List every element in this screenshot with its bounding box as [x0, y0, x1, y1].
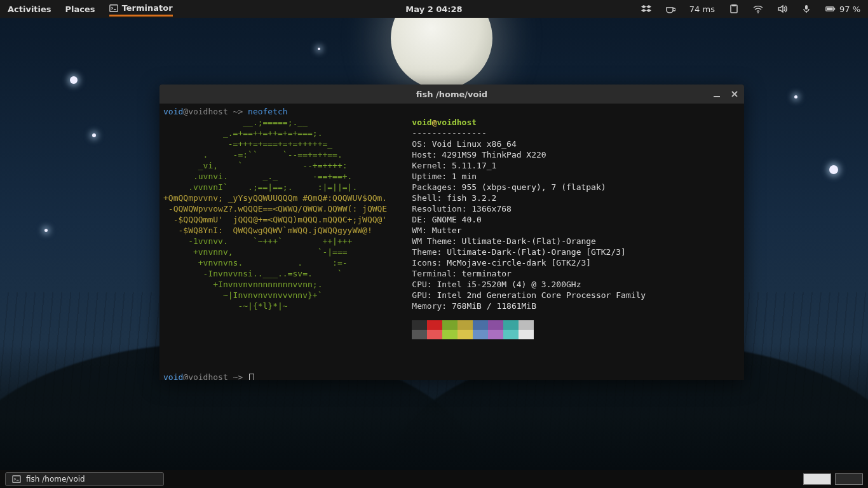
current-app-menu[interactable]: Terminator	[109, 3, 173, 17]
places-menu[interactable]: Places	[65, 4, 95, 14]
workspace-switcher[interactable]	[803, 473, 863, 485]
star	[92, 133, 96, 137]
svg-rect-9	[13, 476, 20, 483]
battery-icon	[825, 4, 836, 14]
workspace-2[interactable]	[835, 473, 863, 485]
current-app-label: Terminator	[122, 3, 173, 13]
microphone-indicator[interactable]	[801, 4, 811, 14]
dropbox-icon	[641, 4, 651, 14]
terminal-icon	[12, 475, 21, 484]
svg-rect-8	[714, 96, 720, 97]
terminal-icon	[109, 4, 118, 13]
wifi-indicator[interactable]	[753, 4, 763, 14]
svg-rect-7	[834, 8, 836, 10]
clipboard-icon	[729, 4, 739, 14]
dropbox-indicator[interactable]	[641, 4, 651, 14]
activities-button[interactable]: Activities	[8, 4, 51, 14]
taskbar-entry[interactable]: fish /home/void	[5, 472, 164, 486]
microphone-icon	[801, 4, 811, 14]
star	[318, 48, 320, 50]
terminal-window: fish /home/void void@voidhost ~> neofetc…	[159, 85, 744, 380]
star	[70, 76, 78, 84]
window-title: fish /home/void	[416, 90, 487, 99]
svg-point-3	[757, 12, 759, 13]
taskbar-entry-label: fish /home/void	[26, 475, 85, 484]
battery-percent: 97 %	[839, 4, 860, 14]
wifi-icon	[753, 4, 763, 14]
gnome-topbar: Activities Places Terminator May 2 04:28…	[0, 0, 868, 18]
star	[829, 165, 838, 174]
coffee-icon	[665, 4, 675, 14]
close-button[interactable]	[730, 90, 739, 98]
star	[794, 95, 797, 98]
star	[44, 229, 48, 232]
svg-rect-4	[805, 5, 808, 10]
workspace-1[interactable]	[803, 473, 831, 485]
svg-rect-0	[110, 4, 118, 11]
clock[interactable]: May 2 04:28	[405, 4, 462, 14]
clipboard-indicator[interactable]	[729, 4, 739, 14]
speaker-icon	[777, 4, 787, 14]
battery-indicator[interactable]: 97 %	[825, 4, 860, 14]
minimize-button[interactable]	[712, 90, 721, 98]
bottom-taskbar: fish /home/void	[0, 470, 868, 488]
caffeine-indicator[interactable]	[665, 4, 675, 14]
window-titlebar[interactable]: fish /home/void	[159, 85, 744, 104]
svg-rect-6	[827, 8, 833, 10]
terminal-content[interactable]: void@voidhost ~> neofetch __.;=====;.__ …	[159, 104, 744, 380]
latency-indicator[interactable]: 74 ms	[689, 4, 715, 14]
svg-rect-2	[732, 4, 736, 6]
volume-indicator[interactable]	[777, 4, 787, 14]
